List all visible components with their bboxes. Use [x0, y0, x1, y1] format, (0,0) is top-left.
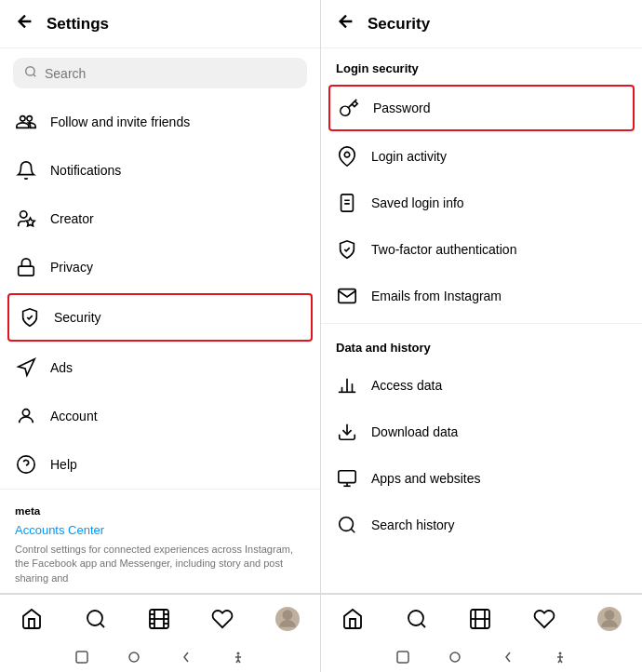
heart-nav-left[interactable] [211, 608, 234, 630]
right-panel-title: Security [368, 15, 430, 34]
login-security-section: Login security [321, 48, 642, 83]
right-item-two-factor[interactable]: Two-factor authentication [321, 226, 642, 273]
right-item-search-history[interactable]: Search history [321, 502, 642, 548]
right-item-two-factor-label: Two-factor authentication [371, 242, 516, 257]
android-square-left[interactable] [74, 650, 89, 665]
key-icon [338, 97, 360, 119]
heart-nav-right[interactable] [533, 608, 555, 630]
right-item-search-history-label: Search history [371, 517, 454, 532]
right-item-login-activity[interactable]: Login activity [321, 133, 642, 180]
lock-icon [15, 256, 37, 278]
sidebar-item-follow[interactable]: Follow and invite friends [0, 98, 320, 146]
android-accessibility-right[interactable] [553, 650, 568, 665]
right-bottom-nav [321, 594, 642, 642]
android-back-right[interactable] [501, 650, 515, 665]
right-back-button[interactable] [336, 11, 356, 36]
search-nav-left[interactable] [85, 608, 107, 630]
left-back-button[interactable] [15, 11, 35, 36]
sidebar-item-creator-label: Creator [50, 211, 94, 226]
shield-lock-icon [336, 238, 358, 261]
right-item-apps-websites[interactable]: Apps and websites [321, 455, 642, 502]
envelope-icon [336, 285, 358, 307]
login-security-label: Login security [336, 61, 627, 75]
svg-point-50 [450, 652, 460, 662]
home-nav-right[interactable] [341, 608, 364, 630]
person-circle-icon [15, 405, 37, 427]
svg-rect-22 [339, 471, 355, 483]
sidebar-item-security[interactable]: Security [7, 293, 313, 342]
right-item-apps-websites-label: Apps and websites [371, 471, 481, 486]
sidebar-item-ads[interactable]: Ads [0, 343, 320, 392]
bar-chart-icon [336, 374, 358, 396]
sidebar-item-creator[interactable]: Creator [0, 195, 320, 243]
svg-point-35 [282, 610, 292, 620]
svg-line-42 [238, 660, 240, 663]
svg-point-38 [237, 652, 240, 655]
svg-rect-49 [397, 652, 408, 663]
sidebar-item-ads-label: Ads [50, 360, 73, 375]
meta-logo-svg: meta [15, 503, 48, 519]
android-back-left[interactable] [179, 650, 194, 665]
sidebar-item-notifications-label: Notifications [50, 163, 121, 178]
svg-point-25 [340, 517, 354, 531]
left-android-bar [0, 642, 320, 672]
right-item-emails-label: Emails from Instagram [371, 289, 502, 303]
bottom-section [0, 593, 642, 672]
right-item-download-data[interactable]: Download data [321, 409, 642, 455]
shield-icon [19, 306, 41, 329]
search-nav-right[interactable] [406, 608, 428, 630]
megaphone-icon [15, 356, 37, 379]
bookmark-icon [336, 192, 358, 214]
left-header: Settings [0, 0, 320, 48]
sidebar-item-privacy[interactable]: Privacy [0, 243, 320, 291]
home-nav-left[interactable] [20, 608, 43, 630]
svg-rect-16 [341, 195, 354, 211]
android-circle-left[interactable] [127, 650, 141, 665]
left-panel: Settings Follow and invite friends [0, 0, 321, 593]
svg-point-0 [26, 67, 34, 75]
search-clock-icon [336, 514, 358, 536]
meta-logo: meta [15, 503, 305, 519]
sidebar-item-follow-label: Follow and invite friends [50, 114, 190, 129]
right-item-emails[interactable]: Emails from Instagram [321, 273, 642, 319]
search-bar[interactable] [13, 58, 307, 88]
sidebar-item-account[interactable]: Account [0, 392, 320, 440]
person-star-icon [15, 208, 37, 230]
left-bottom-nav [0, 594, 320, 642]
reels-nav-left[interactable] [148, 608, 170, 630]
svg-point-15 [344, 152, 350, 157]
android-square-right[interactable] [395, 650, 410, 665]
svg-line-55 [560, 660, 562, 663]
accounts-center-link[interactable]: Accounts Center [15, 523, 305, 537]
meta-section: meta Accounts Center Control settings fo… [0, 489, 320, 593]
avatar-nav-right[interactable] [597, 607, 622, 631]
reels-nav-right[interactable] [469, 608, 491, 630]
svg-point-5 [18, 456, 34, 473]
right-item-password[interactable]: Password [328, 85, 635, 131]
sidebar-item-security-label: Security [54, 310, 101, 325]
search-input[interactable] [45, 66, 296, 81]
svg-point-37 [129, 652, 139, 662]
search-icon [24, 65, 37, 81]
right-item-saved-login[interactable]: Saved login info [321, 180, 642, 226]
right-item-password-label: Password [373, 101, 430, 115]
section-divider [321, 323, 642, 324]
location-icon [336, 145, 358, 168]
meta-description: Control settings for connected experienc… [15, 543, 305, 585]
android-accessibility-left[interactable] [231, 650, 246, 665]
sidebar-item-notifications[interactable]: Notifications [0, 146, 320, 195]
svg-point-4 [22, 410, 29, 416]
svg-text:meta: meta [15, 504, 41, 517]
right-header: Security [321, 0, 642, 48]
android-circle-right[interactable] [448, 650, 462, 665]
svg-marker-2 [26, 218, 34, 226]
avatar-nav-left[interactable] [275, 607, 300, 631]
svg-rect-3 [19, 266, 34, 276]
svg-rect-36 [76, 652, 87, 663]
sidebar-item-help[interactable]: Help [0, 440, 320, 489]
right-item-saved-login-label: Saved login info [371, 195, 464, 210]
right-android-bar [321, 642, 642, 672]
right-item-access-data[interactable]: Access data [321, 362, 642, 409]
right-item-download-data-label: Download data [371, 424, 458, 439]
right-bottom [321, 594, 642, 672]
